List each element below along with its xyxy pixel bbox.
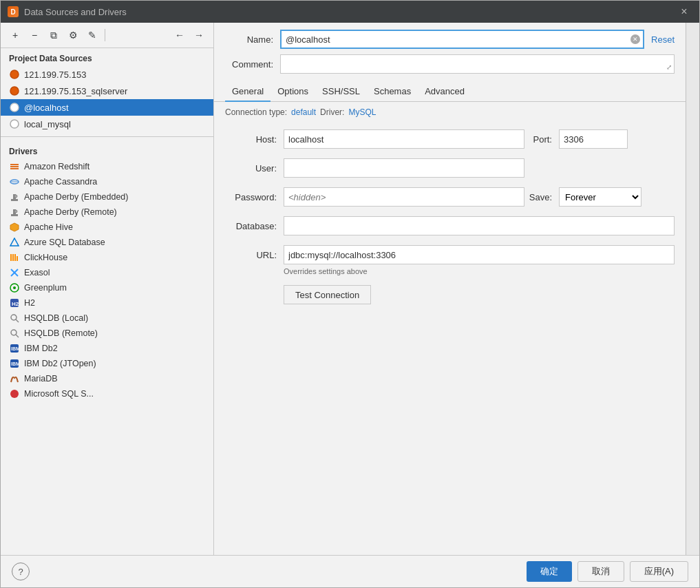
- name-clear-button[interactable]: ✕: [630, 34, 640, 44]
- svg-point-27: [11, 315, 17, 320]
- cancel-button[interactable]: 取消: [577, 561, 624, 582]
- svg-rect-5: [10, 166, 19, 167]
- driver-item-hive[interactable]: Apache Hive: [1, 220, 213, 235]
- svg-point-11: [14, 195, 17, 198]
- back-button[interactable]: ←: [171, 27, 189, 43]
- datasource-item-1[interactable]: 121.199.75.153_sqlserver: [1, 83, 213, 99]
- url-label: URL:: [225, 250, 284, 260]
- database-input[interactable]: [284, 216, 675, 235]
- driver-label-greenplum: Greenplum: [24, 283, 67, 293]
- dialog: D Data Sources and Drivers × + − ⧉ ⚙ ✎ ←…: [0, 0, 700, 588]
- driver-item-hsqldb-local[interactable]: HSQLDB (Local): [1, 311, 213, 326]
- user-input[interactable]: [284, 158, 524, 178]
- driver-item-redshift[interactable]: Amazon Redshift: [1, 159, 213, 174]
- app-icon: D: [8, 6, 19, 17]
- svg-rect-6: [10, 168, 19, 169]
- url-note: Overrides settings above: [225, 267, 675, 275]
- comment-input[interactable]: [280, 54, 675, 74]
- project-data-sources-header: Project Data Sources: [1, 48, 213, 66]
- driver-value-link[interactable]: MySQL: [348, 107, 376, 117]
- host-label: Host:: [225, 134, 284, 145]
- svg-marker-15: [10, 223, 19, 231]
- svg-rect-18: [12, 254, 14, 261]
- tab-advanced[interactable]: Advanced: [418, 82, 471, 102]
- tab-schemas[interactable]: Schemas: [367, 82, 418, 102]
- svg-rect-17: [10, 254, 12, 261]
- toolbar: + − ⧉ ⚙ ✎ ← →: [1, 23, 213, 48]
- driver-icon-hsqldb-remote: [9, 328, 20, 339]
- port-input[interactable]: [559, 129, 628, 149]
- driver-label-static: Driver:: [320, 107, 344, 117]
- svg-point-35: [10, 390, 19, 398]
- remove-button[interactable]: −: [25, 27, 43, 43]
- title-bar: D Data Sources and Drivers ×: [1, 1, 699, 23]
- driver-item-h2[interactable]: H2 H2: [1, 295, 213, 311]
- drivers-header: Drivers: [1, 141, 213, 159]
- driver-item-ibm-db2-jt[interactable]: IBM IBM Db2 (JTOpen): [1, 356, 213, 371]
- datasource-label-1: 121.199.75.153_sqlserver: [24, 86, 127, 96]
- driver-item-mariadb[interactable]: MariaDB: [1, 371, 213, 386]
- driver-icon-redshift: [9, 161, 20, 172]
- driver-label-hive: Apache Hive: [24, 222, 73, 232]
- datasource-label-0: 121.199.75.153: [24, 70, 86, 80]
- driver-label-h2: H2: [24, 298, 35, 308]
- driver-item-hsqldb-remote[interactable]: HSQLDB (Remote): [1, 326, 213, 341]
- reset-link[interactable]: Reset: [651, 34, 675, 45]
- datasource-item-2[interactable]: @localhost: [1, 99, 213, 116]
- database-row: Database:: [225, 216, 675, 235]
- comment-row: Comment: ⤢: [225, 54, 675, 74]
- tab-options[interactable]: Options: [271, 82, 315, 102]
- driver-item-azure[interactable]: Azure SQL Database: [1, 235, 213, 250]
- edit-button[interactable]: ✎: [83, 27, 101, 43]
- datasource-icon-0: [9, 69, 20, 80]
- connection-type-label: Connection type:: [225, 107, 287, 117]
- confirm-button[interactable]: 确定: [527, 561, 572, 582]
- name-input[interactable]: [280, 30, 644, 49]
- svg-point-14: [14, 210, 17, 213]
- driver-label-mssql: Microsoft SQL S...: [24, 389, 94, 399]
- url-input[interactable]: [284, 245, 675, 264]
- title-bar-left: D Data Sources and Drivers: [8, 6, 127, 17]
- driver-item-exasol[interactable]: Exasol: [1, 265, 213, 280]
- driver-icon-h2: H2: [9, 297, 20, 308]
- driver-label-ibm-db2: IBM Db2: [24, 344, 58, 353]
- forward-button[interactable]: →: [190, 27, 208, 43]
- toolbar-separator: [105, 29, 105, 41]
- driver-item-ibm-db2[interactable]: IBM IBM Db2: [1, 341, 213, 356]
- name-input-wrapper: ✕: [280, 30, 644, 49]
- save-label: Save:: [524, 192, 559, 202]
- copy-button[interactable]: ⧉: [45, 27, 63, 43]
- driver-item-clickhouse[interactable]: ClickHouse: [1, 250, 213, 265]
- right-panel: Name: ✕ Reset Comment: ⤢ Gene: [214, 23, 686, 555]
- port-label: Port:: [524, 134, 559, 145]
- svg-rect-20: [17, 256, 18, 261]
- driver-item-greenplum[interactable]: Greenplum: [1, 280, 213, 295]
- comment-label: Comment:: [225, 59, 280, 70]
- connection-type-link[interactable]: default: [291, 107, 316, 117]
- driver-item-derby-rem[interactable]: Apache Derby (Remote): [1, 204, 213, 220]
- settings-button[interactable]: ⚙: [64, 27, 82, 43]
- driver-label-hsqldb-local: HSQLDB (Local): [24, 313, 88, 323]
- password-label: Password:: [225, 192, 284, 202]
- save-select[interactable]: Forever Until restart Never: [559, 187, 641, 207]
- tab-sshssl[interactable]: SSH/SSL: [315, 82, 367, 102]
- driver-icon-mariadb: [9, 373, 20, 384]
- comment-expand-icon[interactable]: ⤢: [666, 63, 672, 71]
- svg-rect-9: [11, 199, 18, 201]
- driver-item-mssql[interactable]: Microsoft SQL S...: [1, 386, 213, 401]
- driver-item-cassandra[interactable]: Apache Cassandra: [1, 174, 213, 189]
- svg-point-24: [13, 286, 16, 289]
- driver-item-derby-emb[interactable]: Apache Derby (Embedded): [1, 189, 213, 204]
- add-button[interactable]: +: [6, 27, 24, 43]
- driver-icon-greenplum: [9, 282, 20, 293]
- help-button[interactable]: ?: [12, 563, 30, 580]
- svg-text:IBM: IBM: [11, 346, 19, 351]
- test-connection-button[interactable]: Test Connection: [284, 285, 371, 304]
- datasource-item-0[interactable]: 121.199.75.153: [1, 66, 213, 83]
- host-input[interactable]: [284, 129, 524, 149]
- password-input[interactable]: [284, 187, 524, 207]
- apply-button[interactable]: 应用(A): [630, 561, 688, 582]
- tab-general[interactable]: General: [225, 82, 271, 102]
- close-button[interactable]: ×: [676, 3, 692, 20]
- datasource-item-3[interactable]: local_mysql: [1, 116, 213, 132]
